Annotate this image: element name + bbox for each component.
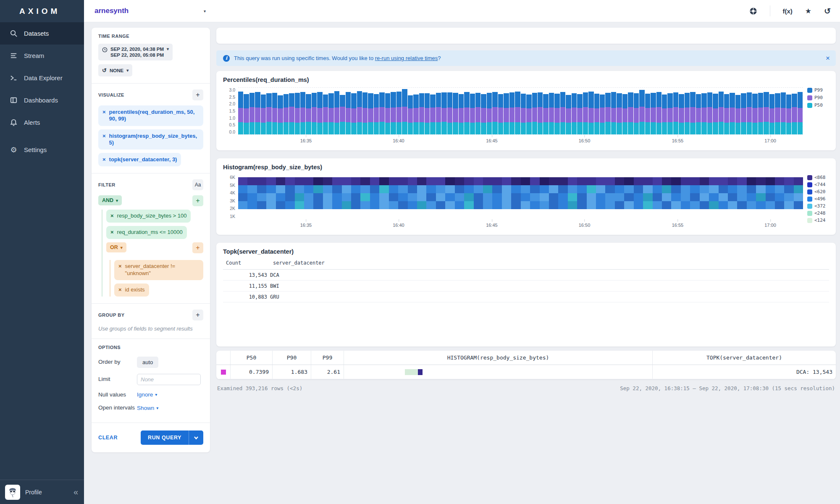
add-group-by-button[interactable]: + xyxy=(192,310,203,320)
sidebar-item-dashboards[interactable]: Dashboards xyxy=(0,89,84,111)
time-range-end: SEP 22, 2020, 05:08 PM xyxy=(110,52,164,58)
add-visualization-button[interactable]: + xyxy=(192,89,203,100)
remove-icon[interactable]: × xyxy=(102,133,106,147)
filter-or-operator[interactable]: OR▾ xyxy=(106,242,126,252)
profile-section[interactable]: Profile « xyxy=(0,480,84,504)
topk-table-header: Count server_datacenter xyxy=(223,260,829,270)
chevron-down-icon: ▾ xyxy=(167,47,169,51)
sidebar-item-data-explorer[interactable]: Data Explorer xyxy=(0,67,84,89)
dataset-selector[interactable]: arnesynth ▾ xyxy=(94,7,206,15)
profile-label: Profile xyxy=(25,489,42,496)
time-range-picker[interactable]: SEP 22, 2020, 04:38 PM SEP 22, 2020, 05:… xyxy=(98,44,173,60)
add-and-condition-button[interactable]: + xyxy=(192,195,203,206)
dataset-name: arnesynth xyxy=(94,7,129,15)
clear-button[interactable]: CLEAR xyxy=(98,435,118,441)
remove-icon[interactable]: × xyxy=(102,156,106,163)
query-stats-footer: Examined 393,216 rows (<2s) Sep 22, 2020… xyxy=(216,384,836,391)
topk-value: DCA: 13,543 xyxy=(653,365,836,379)
or-group: × server_datacenter != "unknown" × id ex… xyxy=(110,260,203,297)
rows-examined: Examined 393,216 rows (<2s) xyxy=(217,385,302,391)
percentiles-x-axis: 16:3516:4016:4516:5016:5517:00 xyxy=(238,134,803,146)
order-by-value[interactable]: auto xyxy=(137,357,158,368)
histogram-x-axis: 16:3516:4016:4516:5016:5517:00 xyxy=(238,219,803,231)
percentiles-y-axis: 3.02.52.01.51.00.50.0 xyxy=(223,87,238,134)
open-intervals-select[interactable]: Shown▾ xyxy=(137,405,158,411)
limit-input[interactable] xyxy=(137,374,201,385)
group-by-hint: Use groups of fields to segment results xyxy=(98,326,203,332)
filter-and-operator[interactable]: AND▾ xyxy=(98,195,122,205)
p99-value: 2.61 xyxy=(311,365,344,379)
rerun-relative-times-link[interactable]: re-run using relative times xyxy=(375,55,438,61)
run-query-options-icon[interactable] xyxy=(189,430,203,445)
visualization-topk[interactable]: × topk(server_datacenter, 3) xyxy=(98,153,181,166)
summary-table-row: 0.7399 1.683 2.61 DCA: 13,543 xyxy=(216,365,836,379)
remove-icon[interactable]: × xyxy=(110,229,114,236)
options-label: OPTIONS xyxy=(98,345,121,350)
dashboard-icon xyxy=(10,96,18,104)
avatar xyxy=(5,485,20,500)
sidebar-item-datasets[interactable]: Datasets xyxy=(0,22,84,45)
chevron-down-icon: ▾ xyxy=(155,392,157,397)
sidebar-nav: Datasets Stream Data Explorer Dashboards… xyxy=(0,22,84,161)
run-query-button[interactable]: RUN QUERY xyxy=(141,430,203,445)
filter-condition[interactable]: × id exists xyxy=(114,284,149,297)
legend-swatch xyxy=(807,189,812,194)
stream-icon xyxy=(10,52,18,60)
percentiles-chart-title: Percentiles(req_duration_ms) xyxy=(223,76,829,83)
sidebar: AXIOM Datasets Stream Data Explorer Dash… xyxy=(0,0,84,504)
limit-label: Limit xyxy=(98,375,137,383)
legend-swatch xyxy=(807,175,812,180)
null-values-select[interactable]: Ignore▾ xyxy=(137,391,157,398)
visualize-label: VISUALIZE xyxy=(98,92,124,97)
filter-condition[interactable]: × resp_body_size_bytes > 100 xyxy=(106,210,191,223)
time-range-label: TIME RANGE xyxy=(98,34,129,39)
sidebar-item-stream[interactable]: Stream xyxy=(0,45,84,67)
series-swatch xyxy=(221,370,226,375)
functions-icon[interactable]: f(x) xyxy=(783,8,793,15)
chevron-down-icon: ▾ xyxy=(156,406,158,410)
legend-swatch xyxy=(807,204,812,209)
axiom-logo[interactable]: AXIOM xyxy=(0,0,84,22)
histogram-y-axis: 6K5K4K3K2K1K xyxy=(223,175,238,219)
history-icon[interactable]: ↺ xyxy=(824,6,831,16)
banner-text: This query was run using specific times.… xyxy=(234,55,441,61)
legend-swatch xyxy=(807,218,812,223)
help-icon[interactable] xyxy=(749,7,757,15)
open-intervals-label: Open intervals xyxy=(98,404,137,412)
topbar-divider xyxy=(770,5,770,16)
compare-time-picker[interactable]: ↺ NONE ▾ xyxy=(98,64,132,76)
legend-swatch-p99 xyxy=(807,88,812,93)
sidebar-item-alerts[interactable]: Alerts xyxy=(0,111,84,134)
terminal-icon xyxy=(10,74,18,82)
legend-swatch xyxy=(807,182,812,187)
table-row: 13,543 DCA xyxy=(223,270,829,281)
remove-icon[interactable]: × xyxy=(118,286,122,294)
query-time-range: Sep 22, 2020, 16:38:15 — Sep 22, 2020, 1… xyxy=(620,385,835,391)
add-or-condition-button[interactable]: + xyxy=(192,242,203,253)
remove-icon[interactable]: × xyxy=(118,263,122,277)
case-sensitivity-toggle[interactable]: Aa xyxy=(192,179,203,190)
star-icon[interactable]: ★ xyxy=(805,7,811,16)
filter-condition[interactable]: × req_duration_ms <= 10000 xyxy=(106,226,187,239)
avatar-sketch xyxy=(7,486,18,498)
info-icon: i xyxy=(223,55,230,62)
filter-condition[interactable]: × server_datacenter != "unknown" xyxy=(114,260,203,280)
table-row: 11,155 BWI xyxy=(223,281,829,291)
chevron-down-icon: ▾ xyxy=(121,245,123,250)
sidebar-item-settings[interactable]: ⚙ Settings xyxy=(0,139,84,161)
close-icon[interactable]: × xyxy=(826,54,830,63)
histogram-legend: <868 <744 <620 <496 <372 <248 <124 xyxy=(803,175,829,231)
p50-value: 0.7399 xyxy=(231,365,273,379)
remove-icon[interactable]: × xyxy=(110,213,114,220)
summary-table: P50 P90 P99 HISTOGRAM(resp_body_size_byt… xyxy=(216,351,836,379)
filter-section: FILTER Aa AND▾ + × resp_body_size_bytes … xyxy=(92,173,210,303)
percentiles-chart-card: Percentiles(req_duration_ms) 3.02.52.01.… xyxy=(216,71,836,150)
collapse-sidebar-icon[interactable]: « xyxy=(74,487,78,497)
time-range-start: SEP 22, 2020, 04:38 PM xyxy=(110,47,164,52)
histogram-chart-title: Histogram(resp_body_size_bytes) xyxy=(223,164,829,171)
time-range-section: TIME RANGE SEP 22, 2020, 04:38 PM SEP 22… xyxy=(92,28,210,83)
remove-icon[interactable]: × xyxy=(102,109,106,123)
percentiles-legend: P99 P90 P50 xyxy=(803,87,829,146)
visualization-histogram[interactable]: × histogram(resp_body_size_bytes, 5) xyxy=(98,129,203,150)
visualization-percentiles[interactable]: × percentiles(req_duration_ms, 50, 90, 9… xyxy=(98,105,203,126)
